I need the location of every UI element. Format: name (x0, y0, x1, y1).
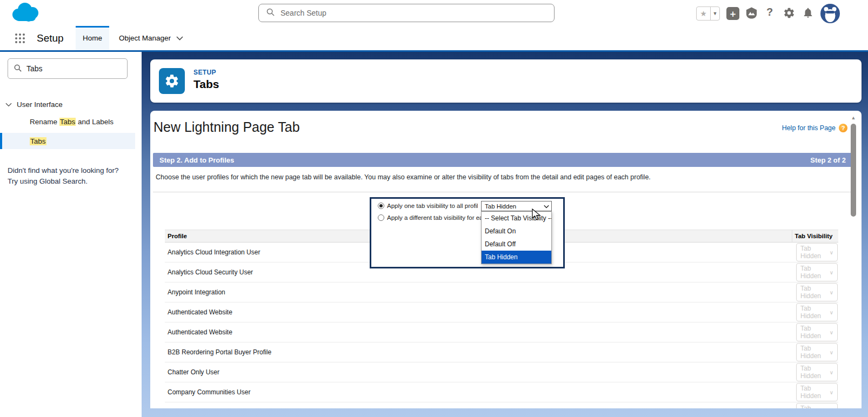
chevron-down-icon: ∨ (830, 349, 833, 355)
salesforce-logo (8, 1, 42, 27)
step-bar: Step 2. Add to Profiles Step 2 of 2 (153, 153, 852, 167)
row-visibility-value: Tab Hidden (800, 305, 825, 320)
scrollbar-up-arrow[interactable]: ▲ (850, 115, 857, 120)
tab-object-manager-label: Object Manager (119, 34, 171, 42)
help-for-this-page: Help for this Page ? (782, 124, 847, 132)
scrollbar-thumb[interactable] (851, 124, 856, 217)
table-row: Authenticated WebsiteTab Hidden∨ (165, 302, 838, 322)
help-for-this-page-link[interactable]: Help for this Page (782, 124, 836, 132)
search-icon (14, 64, 22, 73)
dropdown-option[interactable]: Default On (482, 225, 551, 238)
table-row: B2B Reordering Portal Buyer ProfileTab H… (165, 342, 838, 362)
step-description: Choose the user profiles for which the n… (156, 173, 847, 181)
chevron-down-icon: ∨ (830, 329, 833, 335)
search-highlight: Tabs (59, 118, 76, 126)
tab-visibility-listbox: -- Select Tab Visibility --Default OnDef… (481, 211, 552, 264)
setup-nav-bar: Setup Home Object Manager (0, 26, 868, 52)
section-divider (153, 192, 852, 192)
tab-visibility-select-value: Tab Hidden (485, 203, 516, 210)
row-visibility-value: Tab Hidden (800, 265, 825, 280)
trailhead-icon[interactable] (745, 6, 758, 22)
row-visibility-select[interactable]: Tab Hidden∨ (796, 383, 838, 401)
chevron-down-icon (5, 100, 12, 109)
profile-name: Contract Manager (165, 402, 792, 409)
favorites-star-icon[interactable]: ★ (697, 7, 711, 20)
row-visibility-select[interactable]: Tab Hidden∨ (796, 263, 838, 281)
favorites-button-group: ★ ▼ (696, 6, 720, 21)
sidebar-item-rename-tabs-and-labels[interactable]: Rename Tabs and Labels (30, 118, 113, 126)
quick-create-button[interactable]: ＋ (726, 7, 739, 20)
step-title: Step 2. Add to Profiles (159, 156, 234, 164)
row-visibility-select[interactable]: Tab Hidden∨ (796, 243, 838, 261)
tab-home[interactable]: Home (76, 26, 109, 50)
row-visibility-value: Tab Hidden (800, 365, 825, 380)
banner-eyebrow: SETUP (193, 69, 216, 76)
radio-row-apply-one: Apply one tab visibility to all profiles (378, 203, 478, 209)
profile-name: Chatter Only User (165, 362, 792, 382)
row-visibility-select[interactable]: Tab Hidden∨ (796, 403, 838, 408)
row-visibility-select[interactable]: Tab Hidden∨ (796, 363, 838, 381)
row-visibility-value: Tab Hidden (800, 245, 825, 260)
row-visibility-select[interactable]: Tab Hidden∨ (796, 343, 838, 361)
chevron-down-icon: ∨ (830, 270, 833, 275)
chevron-down-icon: ∨ (830, 250, 833, 255)
profile-name: Authenticated Website (165, 322, 792, 342)
radio-apply-one-label: Apply one tab visibility to all profiles (387, 203, 478, 209)
search-icon (266, 8, 275, 18)
sidebar-search-input[interactable]: Tabs (8, 58, 128, 79)
row-visibility-value: Tab Hidden (800, 385, 825, 400)
table-row: Authenticated WebsiteTab Hidden∨ (165, 322, 838, 342)
column-header-tab-visibility: Tab Visibility (792, 230, 838, 243)
table-row: Chatter Only UserTab Hidden∨ (165, 362, 838, 382)
global-search-hint: Didn't find what you're looking for? Try… (8, 165, 119, 187)
row-visibility-select[interactable]: Tab Hidden∨ (796, 283, 838, 301)
page-content-card: New Lightning Page Tab Help for this Pag… (150, 111, 862, 408)
tab-visibility-box: Apply one tab visibility to all profiles… (370, 197, 565, 268)
setup-gear-icon[interactable] (783, 7, 795, 21)
setup-page-banner: SETUP Tabs (150, 59, 862, 103)
chevron-down-icon (176, 34, 183, 42)
setup-sidebar: Tabs User Interface Rename Tabs and Labe… (0, 52, 142, 417)
chevron-down-icon: ∨ (830, 310, 833, 315)
section-label: User Interface (17, 100, 63, 109)
app-launcher-waffle-icon[interactable] (15, 33, 25, 43)
search-placeholder: Search Setup (281, 9, 326, 17)
row-visibility-value: Tab Hidden (800, 325, 825, 340)
chevron-down-icon: ∨ (830, 389, 833, 395)
row-visibility-value: Tab Hidden (800, 285, 825, 300)
app-name: Setup (37, 26, 64, 50)
mouse-cursor (532, 208, 541, 223)
row-visibility-select[interactable]: Tab Hidden∨ (796, 323, 838, 341)
chevron-down-icon: ∨ (830, 369, 833, 375)
step-indicator: Step 2 of 2 (810, 156, 846, 164)
row-visibility-select[interactable]: Tab Hidden∨ (796, 303, 838, 321)
global-search-input[interactable]: Search Setup (258, 4, 555, 22)
radio-apply-one[interactable] (378, 203, 384, 209)
row-visibility-value: Tab Hidden (800, 405, 825, 408)
help-icon[interactable]: ? (766, 6, 773, 18)
sidebar-item-tabs[interactable]: Tabs (0, 133, 135, 149)
notifications-bell-icon[interactable] (802, 6, 814, 21)
main-content-region: SETUP Tabs New Lightning Page Tab Help f… (142, 52, 868, 417)
dropdown-option[interactable]: Default Off (482, 238, 551, 251)
profile-name: Anypoint Integration (165, 283, 792, 302)
tab-object-manager[interactable]: Object Manager (109, 26, 193, 50)
radio-apply-different[interactable] (378, 214, 384, 221)
sidebar-section-user-interface[interactable]: User Interface (5, 100, 63, 109)
help-question-icon[interactable]: ? (839, 124, 847, 132)
avatar[interactable] (820, 4, 840, 23)
sidebar-search-value: Tabs (26, 64, 43, 73)
tab-visibility-select[interactable]: Tab Hidden (481, 201, 552, 211)
table-row: Contract ManagerTab Hidden∨ (165, 402, 838, 409)
profile-name: Company Communities User (165, 382, 792, 402)
global-header: Search Setup ★ ▼ ＋ ? (0, 0, 868, 26)
table-row: Anypoint IntegrationTab Hidden∨ (165, 283, 838, 302)
table-row: Company Communities UserTab Hidden∨ (165, 382, 838, 402)
profile-name: B2B Reordering Portal Buyer Profile (165, 342, 792, 362)
setup-gear-tile-icon (159, 68, 185, 94)
search-highlight: Tabs (30, 137, 46, 145)
favorites-caret-icon[interactable]: ▼ (711, 7, 719, 20)
dropdown-option[interactable]: Tab Hidden (482, 251, 551, 264)
banner-title: Tabs (193, 78, 219, 91)
page-title: New Lightning Page Tab (153, 119, 300, 135)
